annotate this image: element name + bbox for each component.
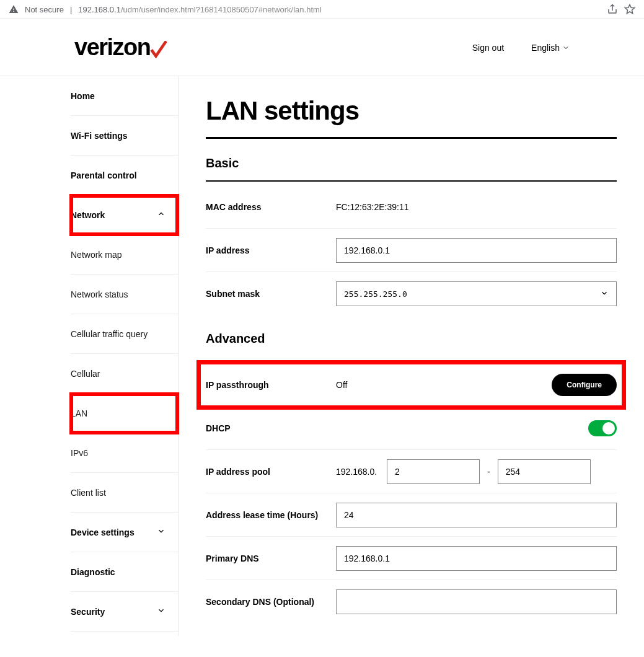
sidebar-subitem-network-map[interactable]: Network map [71, 235, 178, 275]
row-secondary-dns: Secondary DNS (Optional) [206, 580, 617, 624]
sidebar-subitem-ipv6[interactable]: IPv6 [71, 433, 178, 473]
language-selector[interactable]: English [531, 43, 570, 53]
brand-text: verizon [74, 34, 151, 61]
row-ip-address: IP address [206, 229, 617, 272]
row-ip-passthrough: IP passthrough Off Configure [200, 363, 623, 407]
divider [206, 137, 617, 139]
row-ip-address-pool: IP address pool 192.168.0. - [206, 450, 617, 493]
sidebar-nav: Home Wi-Fi settings Parental control Net… [0, 76, 179, 636]
signout-link[interactable]: Sign out [472, 43, 504, 53]
app-header: verizon Sign out English [0, 19, 644, 76]
lease-time-input[interactable] [336, 503, 617, 527]
section-title-advanced: Advanced [206, 332, 617, 346]
chevron-up-icon [157, 209, 172, 220]
address-bar-divider: | [70, 5, 72, 14]
sidebar-item-network[interactable]: Network [71, 195, 178, 235]
sidebar-item-home[interactable]: Home [71, 76, 178, 116]
subnet-mask-select[interactable]: 255.255.255.0 [336, 281, 617, 306]
sidebar-subitem-cellular[interactable]: Cellular [71, 354, 178, 394]
dhcp-toggle[interactable] [588, 420, 617, 436]
row-lease-time: Address lease time (Hours) [206, 493, 617, 537]
verizon-check-icon [151, 41, 167, 61]
sidebar-subitem-network-status[interactable]: Network status [71, 275, 178, 314]
main-content: LAN settings Basic MAC address FC:12:63:… [179, 76, 644, 636]
primary-dns-input[interactable] [336, 546, 617, 571]
pool-dash: - [487, 467, 490, 477]
security-status-text: Not secure [25, 5, 64, 14]
label-ip-passthrough: IP passthrough [206, 380, 336, 390]
share-icon[interactable] [607, 4, 618, 15]
page-title: LAN settings [206, 96, 617, 126]
label-subnet-mask: Subnet mask [206, 289, 336, 299]
label-ip-address-pool: IP address pool [206, 467, 336, 477]
sidebar-subitem-cellular-traffic-query[interactable]: Cellular traffic query [71, 314, 178, 354]
sidebar-item-wifi-settings[interactable]: Wi-Fi settings [71, 116, 178, 156]
row-primary-dns: Primary DNS [206, 537, 617, 580]
insecure-warning-icon [9, 4, 19, 14]
chevron-down-icon [562, 44, 570, 51]
toggle-knob [602, 422, 615, 434]
sidebar-subitem-lan[interactable]: LAN [71, 394, 178, 433]
pool-end-input[interactable] [498, 459, 591, 484]
ip-address-input[interactable] [336, 238, 617, 263]
verizon-logo: verizon [74, 34, 167, 61]
pool-prefix: 192.168.0. [336, 467, 379, 477]
sidebar-item-parental-control[interactable]: Parental control [71, 156, 178, 195]
row-dhcp: DHCP [206, 407, 617, 450]
pool-start-input[interactable] [387, 459, 480, 484]
sidebar-item-device-settings[interactable]: Device settings [71, 513, 178, 552]
divider [206, 180, 617, 182]
value-mac-address: FC:12:63:2E:39:11 [336, 202, 617, 212]
secondary-dns-input[interactable] [336, 589, 617, 614]
row-mac-address: MAC address FC:12:63:2E:39:11 [206, 185, 617, 229]
label-dhcp: DHCP [206, 423, 336, 433]
configure-button[interactable]: Configure [552, 374, 617, 396]
label-secondary-dns: Secondary DNS (Optional) [206, 597, 336, 607]
sidebar-item-diagnostic[interactable]: Diagnostic [71, 552, 178, 592]
browser-address-bar: Not secure | 192.168.0.1/udm/user/index.… [0, 0, 644, 19]
bookmark-star-icon[interactable] [624, 4, 635, 15]
sidebar-item-security[interactable]: Security [71, 592, 178, 632]
label-mac-address: MAC address [206, 202, 336, 212]
chevron-down-icon [157, 606, 172, 617]
chevron-down-icon [600, 289, 609, 299]
chevron-down-icon [157, 527, 172, 537]
row-subnet-mask: Subnet mask 255.255.255.0 [206, 272, 617, 315]
label-primary-dns: Primary DNS [206, 553, 336, 563]
sidebar-item-label: Security [71, 607, 105, 617]
label-ip-address: IP address [206, 245, 336, 255]
label-lease-time: Address lease time (Hours) [206, 510, 336, 520]
sidebar-subitem-client-list[interactable]: Client list [71, 473, 178, 513]
url-text[interactable]: 192.168.0.1/udm/user/index.html?16814108… [78, 5, 601, 14]
section-title-basic: Basic [206, 156, 617, 170]
value-ip-passthrough: Off [336, 380, 552, 390]
sidebar-item-label: Network [71, 210, 105, 220]
sidebar-item-label: Device settings [71, 527, 135, 537]
